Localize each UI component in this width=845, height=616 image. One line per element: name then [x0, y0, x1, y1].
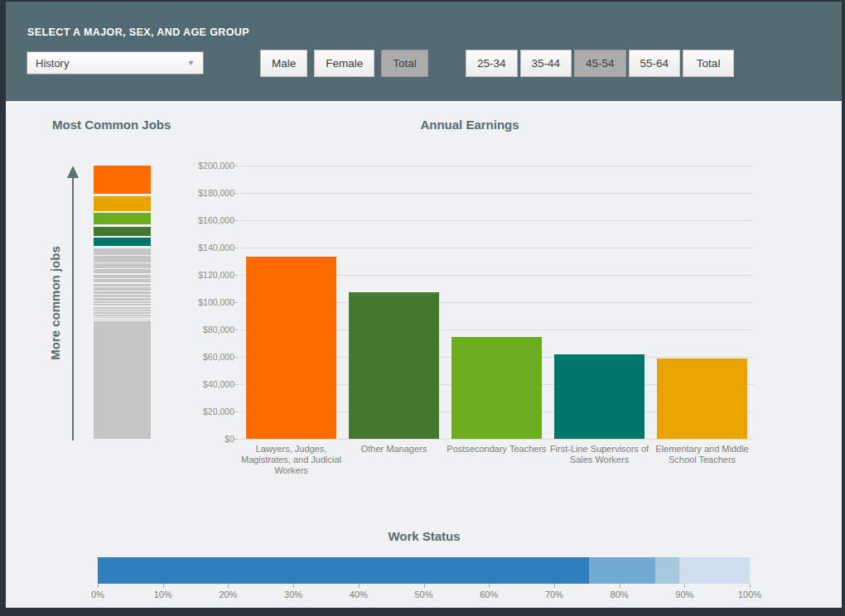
other-job-stripe-0[interactable]	[94, 248, 151, 256]
gridline-200000	[240, 166, 754, 166]
other-job-stripe-1[interactable]	[94, 256, 151, 262]
age-button-55-64[interactable]: 55-64	[629, 50, 681, 77]
job-segment-0[interactable]	[94, 166, 151, 194]
x-axis-tick-label: 100%	[732, 590, 768, 599]
y-axis-tick-label: $160,000	[152, 215, 234, 225]
x-axis-tick-label: 50%	[406, 590, 442, 599]
filter-panel-label: SELECT A MAJOR, SEX, AND AGE GROUP	[27, 26, 249, 38]
y-axis-tick-label: $0	[152, 434, 234, 444]
other-job-stripe-11[interactable]	[94, 301, 151, 303]
y-tick-mark	[234, 439, 239, 440]
category-label-2: Postsecondary Teachers	[439, 444, 555, 455]
y-tick-mark	[234, 330, 239, 330]
y-tick-mark	[234, 275, 239, 276]
other-job-stripe-12[interactable]	[94, 304, 151, 306]
x-tick-mark-70%	[554, 584, 555, 588]
annual-earnings-title: Annual Earnings	[345, 118, 594, 132]
other-job-stripe-5[interactable]	[94, 279, 151, 282]
earnings-bar-1[interactable]	[349, 292, 439, 439]
x-axis-tick-label: 80%	[601, 590, 638, 599]
y-axis-tick-label: $100,000	[152, 297, 234, 307]
chevron-down-icon: ▼	[187, 60, 195, 67]
other-job-stripe-9[interactable]	[94, 295, 151, 297]
sex-button-male[interactable]: Male	[260, 50, 307, 77]
other-job-stripe-16[interactable]	[94, 315, 151, 316]
y-tick-mark	[234, 357, 239, 358]
earnings-bar-4[interactable]	[657, 359, 747, 439]
x-tick-mark-90%	[684, 584, 685, 588]
category-label-4: Elementary and Middle School Teachers	[645, 444, 760, 465]
annual-earnings-plot: Lawyers, Judges, Magistrates, and Judici…	[240, 166, 754, 439]
job-segment-1[interactable]	[94, 196, 151, 211]
x-axis-tick-label: 40%	[340, 590, 377, 599]
y-axis-tick-label: $20,000	[152, 407, 234, 416]
other-job-stripe-14[interactable]	[94, 310, 151, 311]
x-tick-mark-0%	[98, 584, 99, 588]
other-job-stripe-8[interactable]	[94, 291, 151, 294]
sex-button-female[interactable]: Female	[314, 50, 374, 77]
job-segment-3[interactable]	[94, 227, 151, 236]
x-tick-mark-50%	[424, 584, 425, 588]
work-status-segment-1[interactable]	[589, 557, 655, 584]
earnings-bar-0[interactable]	[246, 257, 336, 439]
other-jobs-block[interactable]	[94, 321, 151, 439]
work-status-segment-2[interactable]	[655, 557, 679, 584]
y-tick-mark	[234, 384, 239, 385]
x-tick-mark-30%	[293, 584, 294, 588]
sex-button-total[interactable]: Total	[381, 50, 428, 77]
y-axis-tick-label: $140,000	[152, 243, 234, 253]
y-tick-mark	[234, 248, 239, 248]
y-tick-mark	[234, 302, 239, 303]
filter-panel: SELECT A MAJOR, SEX, AND AGE GROUP Histo…	[6, 2, 842, 101]
major-dropdown-value: History	[36, 57, 69, 70]
other-job-stripe-7[interactable]	[94, 287, 151, 290]
job-segment-2[interactable]	[94, 213, 151, 224]
work-status-stacked-bar	[98, 557, 750, 584]
gridline-180000	[240, 193, 754, 194]
gridline-140000	[240, 248, 754, 248]
gridline-160000	[240, 220, 754, 221]
age-button-25-34[interactable]: 25-34	[466, 50, 518, 77]
work-status-title: Work Status	[341, 529, 507, 543]
other-job-stripe-10[interactable]	[94, 298, 151, 301]
job-segment-4[interactable]	[94, 238, 151, 246]
x-axis-tick-label: 90%	[666, 590, 703, 599]
other-job-stripe-15[interactable]	[94, 312, 151, 314]
y-axis-tick-label: $60,000	[152, 352, 234, 362]
work-status-segment-0[interactable]	[98, 557, 589, 584]
category-label-1: Other Managers	[336, 444, 452, 455]
other-job-stripe-4[interactable]	[94, 275, 151, 279]
earnings-bar-2[interactable]	[451, 337, 542, 439]
other-job-stripe-17[interactable]	[94, 317, 151, 319]
other-job-stripe-3[interactable]	[94, 269, 151, 273]
other-job-stripe-13[interactable]	[94, 307, 151, 309]
other-job-stripe-18[interactable]	[94, 320, 151, 321]
earnings-bar-3[interactable]	[554, 354, 645, 439]
y-tick-mark	[234, 193, 239, 194]
age-button-45-54[interactable]: 45-54	[574, 50, 626, 77]
y-axis-tick-label: $40,000	[152, 379, 234, 389]
y-tick-mark	[234, 411, 239, 412]
x-tick-mark-100%	[750, 584, 751, 588]
x-tick-mark-20%	[228, 584, 229, 588]
most-common-jobs-title: Most Common Jobs	[52, 118, 171, 132]
annual-earnings-y-axis: $0$20,000$40,000$60,000$80,000$100,000$1…	[152, 166, 234, 439]
other-job-stripe-2[interactable]	[94, 263, 151, 268]
age-button-group: 25-34 35-44 45-54 55-64 Total	[466, 50, 734, 77]
age-button-35-44[interactable]: 35-44	[520, 50, 572, 77]
other-job-stripe-6[interactable]	[94, 284, 151, 287]
x-tick-mark-40%	[359, 584, 360, 588]
more-common-jobs-arrow-icon	[65, 164, 80, 442]
more-common-jobs-axis-label: More common jobs	[48, 166, 65, 440]
x-axis-tick-label: 0%	[80, 590, 116, 599]
y-tick-mark	[234, 220, 239, 221]
category-label-0: Lawyers, Judges, Magistrates, and Judici…	[234, 444, 350, 476]
age-button-total[interactable]: Total	[683, 50, 734, 77]
work-status-segment-3[interactable]	[679, 557, 750, 584]
major-dropdown[interactable]: History ▼	[27, 51, 204, 75]
y-axis-tick-label: $80,000	[152, 325, 234, 334]
x-axis-tick-label: 10%	[145, 590, 181, 599]
work-status-x-axis: 0%10%20%30%40%50%60%70%80%90%100%	[98, 584, 750, 604]
y-axis-tick-label: $120,000	[152, 270, 234, 280]
x-axis-tick-label: 60%	[471, 590, 507, 599]
